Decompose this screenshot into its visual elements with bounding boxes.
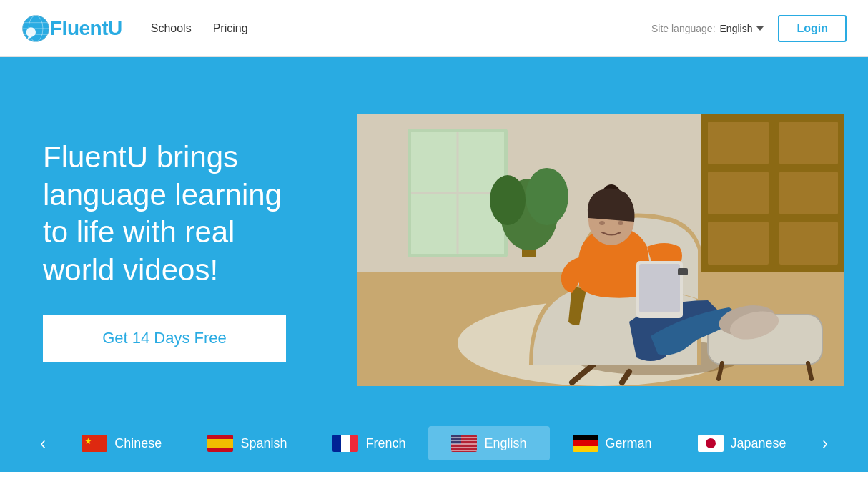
svg-point-23 (490, 175, 526, 225)
svg-rect-17 (708, 172, 769, 214)
nav-pricing[interactable]: Pricing (213, 22, 248, 35)
lang-label-spanish: Spanish (240, 436, 287, 451)
flag-english (451, 435, 477, 452)
flag-chinese (82, 435, 107, 452)
lang-item-german[interactable]: German (550, 426, 675, 460)
lang-label-japanese: Japanese (731, 436, 786, 451)
nav: Schools Pricing (151, 22, 651, 35)
language-bar: ‹ Chinese Spanish French English German … (0, 415, 868, 472)
flag-spanish (207, 435, 233, 452)
svg-point-42 (618, 221, 623, 225)
svg-point-6 (26, 27, 36, 36)
flag-german (573, 435, 598, 452)
prev-language-arrow[interactable]: ‹ (29, 426, 57, 460)
language-dropdown-arrow (756, 26, 764, 31)
svg-rect-37 (639, 264, 680, 312)
globe-icon (21, 14, 50, 43)
next-language-arrow[interactable]: › (811, 426, 839, 460)
hero-text-area: FluentU brings language learning to life… (43, 139, 315, 362)
lang-item-chinese[interactable]: Chinese (59, 426, 184, 460)
hero-headline: FluentU brings language learning to life… (43, 139, 315, 289)
svg-point-41 (599, 221, 605, 225)
site-language-value: English (720, 23, 753, 34)
header: FluentU Schools Pricing Site language: E… (0, 0, 868, 57)
svg-rect-15 (708, 122, 769, 164)
lang-item-japanese[interactable]: Japanese (675, 426, 809, 460)
svg-rect-16 (779, 122, 838, 164)
svg-rect-20 (779, 222, 838, 265)
language-items: Chinese Spanish French English German Ja… (57, 426, 811, 460)
hero-section: FluentU brings language learning to life… (0, 57, 868, 415)
lang-item-french[interactable]: French (310, 426, 428, 460)
lang-item-spanish[interactable]: Spanish (184, 426, 310, 460)
logo[interactable]: FluentU (21, 14, 122, 43)
lang-label-french: French (365, 436, 405, 451)
hero-image (357, 114, 844, 386)
login-button[interactable]: Login (778, 15, 847, 42)
lang-label-german: German (606, 436, 652, 451)
svg-point-24 (526, 168, 568, 225)
nav-schools[interactable]: Schools (151, 22, 192, 35)
flag-french (332, 435, 358, 452)
hero-image-area (357, 114, 844, 386)
site-language-selector[interactable]: Site language: English (651, 23, 764, 34)
flag-japanese (698, 435, 724, 452)
svg-rect-43 (678, 268, 688, 275)
svg-rect-18 (779, 172, 838, 214)
site-language-label: Site language: (651, 23, 716, 34)
lang-label-english: English (484, 436, 526, 451)
lang-item-english[interactable]: English (428, 426, 549, 460)
lang-label-chinese: Chinese (114, 436, 162, 451)
svg-rect-19 (708, 222, 769, 265)
cta-button[interactable]: Get 14 Days Free (43, 315, 286, 362)
header-right: Site language: English Login (651, 15, 847, 42)
logo-text: FluentU (50, 17, 122, 40)
